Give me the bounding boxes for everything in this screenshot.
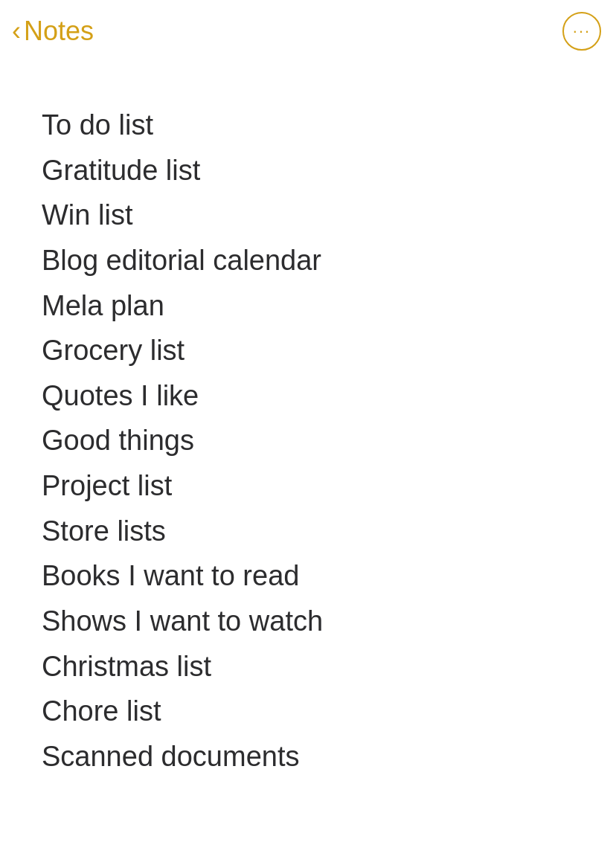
list-item[interactable]: Christmas list <box>42 644 616 689</box>
list-item[interactable]: Scanned documents <box>42 734 616 779</box>
more-options-button[interactable]: ··· <box>562 12 601 51</box>
back-label: Notes <box>24 16 94 47</box>
list-item[interactable]: Gratitude list <box>42 148 616 193</box>
header: ‹ Notes ··· <box>0 0 616 58</box>
back-chevron-icon: ‹ <box>12 18 21 45</box>
list-item[interactable]: Books I want to read <box>42 553 616 599</box>
list-item[interactable]: Grocery list <box>42 328 616 373</box>
list-item[interactable]: Store lists <box>42 509 616 554</box>
back-button[interactable]: ‹ Notes <box>12 16 94 47</box>
notes-list: To do list Gratitude list Win list Blog … <box>42 103 616 779</box>
list-item[interactable]: Shows I want to watch <box>42 599 616 644</box>
list-item[interactable]: Good things <box>42 418 616 463</box>
list-item[interactable]: Mela plan <box>42 283 616 329</box>
list-item[interactable]: Chore list <box>42 689 616 734</box>
app-container: ‹ Notes ··· To do list Gratitude list Wi… <box>0 0 616 808</box>
more-dots-icon: ··· <box>573 23 591 39</box>
notes-content: To do list Gratitude list Win list Blog … <box>0 58 616 808</box>
list-item[interactable]: Quotes I like <box>42 373 616 419</box>
list-item[interactable]: Blog editorial calendar <box>42 238 616 283</box>
list-item[interactable]: To do list <box>42 103 616 148</box>
list-item[interactable]: Win list <box>42 193 616 238</box>
list-item[interactable]: Project list <box>42 463 616 509</box>
